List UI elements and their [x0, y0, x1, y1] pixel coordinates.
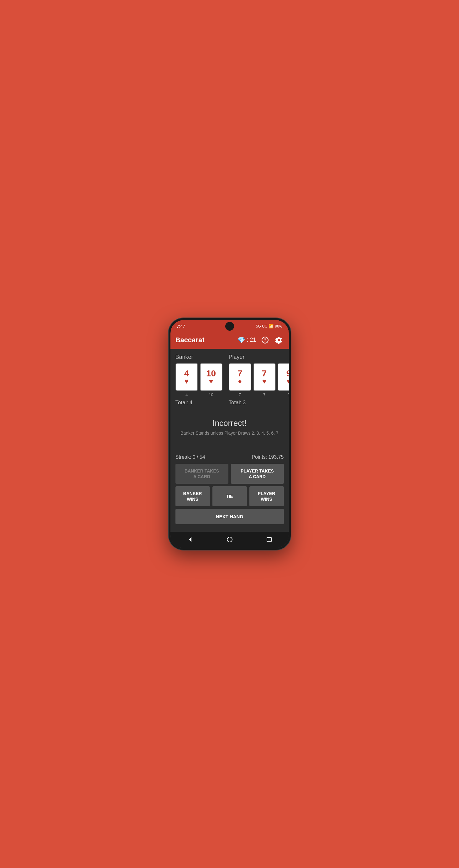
- settings-button[interactable]: [274, 335, 284, 345]
- result-subtitle: Banker Stands unless Player Draws 2, 3, …: [175, 431, 284, 436]
- banker-label: Banker: [175, 354, 223, 361]
- streak-stat: Streak: 0 / 54: [175, 454, 205, 460]
- score-value: : 21: [247, 337, 256, 343]
- card-item: 7 ♦ 7: [229, 363, 251, 397]
- status-time: 7:47: [177, 324, 185, 329]
- points-stat: Points: 193.75: [252, 454, 284, 460]
- outcome-row: BANKER WINS TIE PLAYER WINS: [175, 486, 284, 506]
- battery-text: 90%: [275, 324, 282, 329]
- banker-card-2-suit: ♥: [209, 378, 213, 385]
- banker-card-1-value: 4: [184, 369, 189, 378]
- player-takes-card-line1: PLAYER TAKES: [240, 468, 274, 473]
- banker-card-2-value: 10: [206, 369, 216, 378]
- player-card-1: 7 ♦: [229, 363, 251, 391]
- banker-wins-button[interactable]: BANKER WINS: [175, 486, 210, 506]
- banker-card-1: 4 ♥: [175, 363, 198, 391]
- banker-takes-card-line2: A CARD: [193, 474, 210, 479]
- player-hand: Player 7 ♦ 7 7 ♥: [229, 354, 289, 406]
- banker-wins-line1: BANKER: [183, 491, 202, 496]
- app-bar-right: 💎 : 21 ?: [237, 335, 284, 345]
- phone-screen: 7:47 5G UC 📶 90% Baccarat 💎 : 21 ?: [170, 320, 289, 548]
- banker-card-1-label: 4: [175, 392, 198, 397]
- phone-device: 7:47 5G UC 📶 90% Baccarat 💎 : 21 ?: [169, 318, 291, 550]
- player-takes-card-button[interactable]: PLAYER TAKES A CARD: [231, 464, 284, 484]
- network-indicator: 5G UC: [256, 324, 267, 329]
- svg-marker-2: [189, 537, 192, 542]
- player-card-2-value: 7: [262, 369, 267, 378]
- player-label: Player: [229, 354, 289, 361]
- player-card-1-label: 7: [229, 392, 251, 397]
- player-card-2-label: 7: [253, 392, 276, 397]
- banker-hand: Banker 4 ♥ 4 10 ♥: [175, 354, 223, 406]
- banker-cards: 4 ♥ 4 10 ♥ 10: [175, 363, 223, 397]
- player-card-2-suit: ♥: [262, 378, 266, 385]
- card-item: 9 ♥ 9: [278, 363, 289, 397]
- result-title: Incorrect!: [175, 418, 284, 428]
- app-title: Baccarat: [175, 336, 238, 344]
- player-card-3-suit: ♥: [287, 378, 289, 385]
- svg-point-3: [227, 537, 232, 542]
- notch: [225, 322, 234, 331]
- diamond-icon: 💎: [237, 336, 245, 344]
- stats-row: Streak: 0 / 54 Points: 193.75: [175, 454, 284, 460]
- takes-card-row: BANKER TAKES A CARD PLAYER TAKES A CARD: [175, 464, 284, 484]
- tie-label: TIE: [226, 494, 233, 499]
- result-section: Incorrect! Banker Stands unless Player D…: [175, 418, 284, 436]
- nav-bar: [170, 532, 289, 548]
- player-card-3-label: 9: [278, 392, 289, 397]
- tie-button[interactable]: TIE: [212, 486, 247, 506]
- svg-text:?: ?: [263, 338, 266, 343]
- recent-nav-button[interactable]: [266, 537, 272, 542]
- player-card-1-value: 7: [237, 369, 242, 378]
- diamond-score: 💎 : 21: [237, 336, 256, 344]
- banker-takes-card-line1: BANKER TAKES: [184, 468, 219, 473]
- player-card-3: 9 ♥: [278, 363, 289, 391]
- card-item: 7 ♥ 7: [253, 363, 276, 397]
- svg-rect-4: [267, 537, 271, 542]
- player-cards: 7 ♦ 7 7 ♥ 7: [229, 363, 289, 397]
- signal-icon: 📶: [268, 324, 274, 329]
- home-nav-button[interactable]: [227, 536, 233, 542]
- card-item: 10 ♥ 10: [200, 363, 223, 397]
- banker-card-2-label: 10: [200, 392, 223, 397]
- main-content: Banker 4 ♥ 4 10 ♥: [170, 349, 289, 532]
- banker-card-1-suit: ♥: [184, 378, 189, 385]
- card-item: 4 ♥ 4: [175, 363, 198, 397]
- banker-total: Total: 4: [175, 400, 223, 406]
- player-takes-card-line2: A CARD: [249, 474, 266, 479]
- banker-card-2: 10 ♥: [200, 363, 223, 391]
- player-card-2: 7 ♥: [253, 363, 276, 391]
- help-button[interactable]: ?: [260, 335, 270, 345]
- cards-row: Banker 4 ♥ 4 10 ♥: [175, 354, 284, 406]
- status-right: 5G UC 📶 90%: [256, 324, 283, 329]
- back-nav-button[interactable]: [187, 536, 193, 542]
- next-hand-button[interactable]: NEXT HAND: [175, 509, 284, 524]
- banker-takes-card-button[interactable]: BANKER TAKES A CARD: [175, 464, 228, 484]
- player-wins-button[interactable]: PLAYER WINS: [249, 486, 284, 506]
- player-wins-line2: WINS: [261, 497, 272, 502]
- banker-wins-line2: WINS: [187, 497, 198, 502]
- app-bar: Baccarat 💎 : 21 ?: [170, 331, 289, 349]
- player-card-3-value: 9: [286, 369, 289, 378]
- player-wins-line1: PLAYER: [258, 491, 276, 496]
- player-total: Total: 3: [229, 400, 289, 406]
- player-card-1-suit: ♦: [238, 378, 241, 385]
